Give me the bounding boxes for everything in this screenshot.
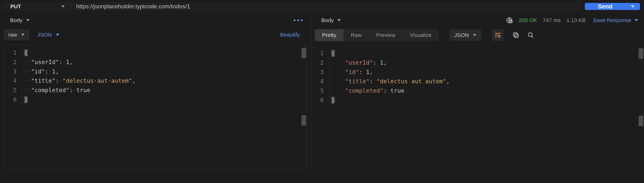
line-number: 2 [311,58,329,68]
copy-button[interactable] [510,29,522,41]
code-line: 6} [4,95,307,104]
dot-icon [297,19,299,21]
line-content: ··"completed":·true [22,86,90,95]
view-tab-raw[interactable]: Raw [344,29,369,41]
beautify-button[interactable]: Beautify [280,32,300,38]
wrap-lines-button[interactable] [492,29,504,41]
response-tab-row: Body 200 OK 747 ms 1.13 KB Save Response [311,13,644,28]
view-tab-pretty[interactable]: Pretty [315,29,344,41]
globe-icon [506,17,513,24]
line-number: 5 [4,86,22,95]
request-editor: 1{2··"userId":·1,3··"id":·1,4··"title":·… [4,44,307,169]
save-response-label: Save Response [593,17,631,23]
scrollbar-thumb[interactable] [302,48,306,58]
request-pane: Body raw JSON Beautify 1{2··"userId":·1, [0,13,311,169]
chevron-down-icon [56,34,59,36]
chevron-down-icon [337,19,341,21]
line-number: 1 [4,48,22,58]
search-icon [527,32,534,39]
chevron-down-icon [631,6,634,8]
method-url-group: PUT [4,3,580,10]
more-options-button[interactable] [291,17,305,24]
response-pane: Body 200 OK 747 ms 1.13 KB Save Response [311,13,644,169]
send-button[interactable]: Send [585,3,626,10]
line-content: } [329,96,335,105]
line-content: ··"userId":·1, [22,58,73,67]
scrollbar-thumb[interactable] [638,48,643,59]
line-number: 3 [311,68,329,77]
svg-point-4 [528,33,532,37]
svg-rect-3 [513,33,517,36]
code-line: 2··"userId":·1, [4,58,307,67]
line-content: "userId": 1, [329,58,387,68]
line-number: 1 [311,49,329,58]
response-code-area[interactable]: 1{2 "userId": 1,3 "id": 1,4 "title": "de… [311,45,644,169]
line-content: { [22,48,28,58]
svg-rect-2 [514,34,518,38]
response-editor: 1{2 "userId": 1,3 "id": 1,4 "title": "de… [311,45,644,169]
scrollbar-thumb[interactable] [638,116,643,126]
line-content: { [329,49,335,58]
line-content: ··"title":·"delectus·aut·autem", [22,76,136,86]
line-number: 4 [311,77,329,86]
line-content: "id": 1, [329,68,373,77]
response-time: 747 ms [543,17,560,23]
request-body-options: raw JSON Beautify [0,28,311,44]
code-line: 2 "userId": 1, [311,58,644,68]
save-response-button[interactable]: Save Response [593,17,638,23]
chevron-down-icon [61,6,65,8]
response-view-options: Pretty Raw Preview Visualize JSON [311,28,644,45]
line-number: 5 [311,86,329,96]
line-number: 6 [4,95,22,104]
request-code-area[interactable]: 1{2··"userId":·1,3··"id":·1,4··"title":·… [4,44,307,168]
send-button-group: Send [585,3,640,10]
tab-body[interactable]: Body [319,16,344,25]
request-tab-row: Body [0,13,311,28]
chevron-down-icon [21,34,24,36]
dot-icon [301,19,303,21]
line-content: "title": "delectus aut autem", [329,77,450,86]
response-view-tabs: Pretty Raw Preview Visualize [315,29,439,41]
view-tab-preview[interactable]: Preview [369,29,402,41]
code-line: 3··"id":·1, [4,67,307,76]
http-method-value: PUT [10,4,21,10]
response-format-select[interactable]: JSON [450,30,481,41]
code-line: 3 "id": 1, [311,68,644,77]
response-status: 200 OK 747 ms 1.13 KB [506,17,586,24]
line-number: 6 [311,96,329,105]
split-container: Body raw JSON Beautify 1{2··"userId":·1, [0,13,644,169]
code-line: 4 "title": "delectus aut autem", [311,77,644,86]
scrollbar-thumb[interactable] [302,115,306,126]
line-number: 3 [4,67,22,76]
response-format-value: JSON [454,32,469,38]
chevron-down-icon [634,19,638,21]
body-format-select[interactable]: JSON [32,29,64,40]
code-line: 4··"title":·"delectus·aut·autem", [4,76,307,86]
code-line: 1{ [4,48,307,58]
request-bar: PUT Send [0,0,644,13]
tab-body[interactable]: Body [8,16,32,25]
body-format-value: JSON [37,32,52,38]
send-options-button[interactable] [626,3,640,10]
http-method-select[interactable]: PUT [4,3,71,10]
view-tab-visualize[interactable]: Visualize [402,29,439,41]
line-number: 2 [4,58,22,67]
chevron-down-icon [473,34,476,36]
response-size: 1.13 KB [566,17,586,23]
body-type-select[interactable]: raw [4,29,29,40]
status-code: 200 OK [518,17,537,23]
line-number: 4 [4,76,22,86]
code-line: 6} [311,96,644,105]
copy-icon [512,32,520,39]
dot-icon [294,19,296,21]
code-line: 1{ [311,49,644,58]
code-line: 5··"completed":·true [4,86,307,95]
url-input[interactable] [71,3,580,10]
search-button[interactable] [525,29,536,41]
line-content: ··"id":·1, [22,67,59,76]
tab-label: Body [321,17,334,23]
line-content: } [22,95,28,104]
tab-label: Body [10,17,22,23]
line-content: "completed": true [329,86,404,96]
wrap-icon [494,32,502,39]
